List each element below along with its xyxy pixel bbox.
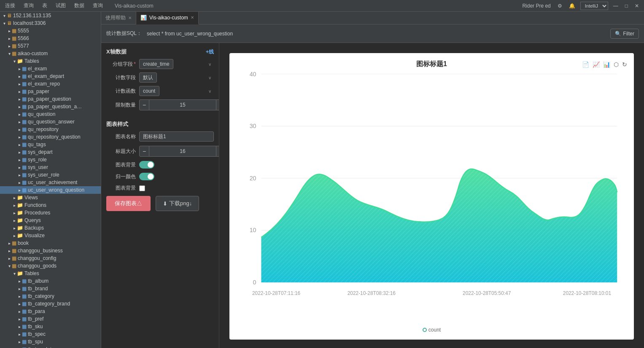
chart-line-icon[interactable]: 📈 bbox=[593, 61, 600, 68]
top-right-area: Rider Pre ed ⚙ 🔔 IntelliJ — □ ✕ bbox=[520, 2, 641, 10]
table-label-tb-para: tb_para bbox=[28, 308, 45, 314]
sidebar-item-server2[interactable]: 🖥 localhost:3306 bbox=[0, 19, 101, 27]
sidebar-item-functions-folder[interactable]: 📁Functions bbox=[0, 201, 101, 209]
sidebar-item-querys-folder[interactable]: 📁Querys bbox=[0, 217, 101, 224]
sidebar-item-tb-sku[interactable]: ▦tb_sku bbox=[0, 323, 101, 330]
sidebar-item-uc-user-wrong-question[interactable]: ▦uc_user_wrong_question bbox=[0, 186, 101, 194]
sidebar-item-tables-folder[interactable]: 📁 Tables bbox=[0, 57, 101, 65]
title-size-increase-button[interactable]: + bbox=[216, 146, 219, 157]
menu-table[interactable]: 表 bbox=[40, 1, 49, 10]
filter-label: Filter bbox=[623, 31, 634, 37]
refresh-icon[interactable]: ↻ bbox=[622, 61, 627, 68]
svg-text:10: 10 bbox=[250, 227, 256, 233]
sidebar-item-db5566[interactable]: ▦ 5566 bbox=[0, 35, 101, 42]
group-field-select[interactable]: create_time bbox=[139, 59, 173, 69]
sidebar-item-tb-template[interactable]: ▦tb_template bbox=[0, 345, 101, 348]
sidebar-item-qu-repository[interactable]: ▦qu_repository bbox=[0, 126, 101, 133]
menu-connect[interactable]: 连接 bbox=[3, 1, 17, 10]
close-btn-window[interactable]: ✕ bbox=[633, 2, 641, 10]
sidebar-item-db5577[interactable]: ▦ 5577 bbox=[0, 42, 101, 50]
menu-query[interactable]: 查询 bbox=[22, 1, 35, 10]
sidebar-item-sys-user-role[interactable]: ▦sys_user_role bbox=[0, 171, 101, 179]
sidebar-item-tables-folder2[interactable]: 📁Tables bbox=[0, 270, 101, 277]
sidebar-item-backups-folder[interactable]: 📁Backups bbox=[0, 224, 101, 232]
sidebar-item-tb-para[interactable]: ▦tb_para bbox=[0, 308, 101, 315]
sidebar-item-tb-spec[interactable]: ▦tb_spec bbox=[0, 330, 101, 338]
download-icon: ⬇ bbox=[163, 201, 167, 207]
menu-data[interactable]: 数据 bbox=[73, 1, 86, 10]
sidebar-item-dbaikao[interactable]: ▦ aikao-custom bbox=[0, 50, 101, 57]
table-icon-tb-category: ▦ bbox=[22, 293, 27, 299]
table-icon-tb-brand: ▦ bbox=[22, 286, 27, 292]
sidebar-item-pa-paper-question[interactable]: ▦pa_paper_question bbox=[0, 95, 101, 103]
limit-value-input[interactable] bbox=[149, 99, 216, 110]
ide-select[interactable]: IntelliJ bbox=[580, 2, 608, 10]
limit-increase-button[interactable]: + bbox=[216, 99, 219, 110]
sidebar-item-pa-paper[interactable]: ▦pa_paper bbox=[0, 88, 101, 95]
sidebar-item-visualize-folder[interactable]: 📁Visualize bbox=[0, 232, 101, 239]
sidebar-item-el-exam-repo[interactable]: ▦el_exam_repo bbox=[0, 80, 101, 88]
sidebar-item-qu-tags[interactable]: ▦qu_tags bbox=[0, 141, 101, 148]
color-toggle-label: 归一颜色 bbox=[106, 173, 136, 180]
sidebar-item-qu-repository-question[interactable]: ▦qu_repository_question bbox=[0, 133, 101, 141]
doc-icon[interactable]: 📄 bbox=[582, 61, 589, 68]
title-size-value-input[interactable] bbox=[149, 146, 216, 157]
sidebar-item-qu-question[interactable]: ▦qu_question bbox=[0, 110, 101, 118]
group-field-row: 分组字段 create_time bbox=[106, 59, 214, 69]
tab-help[interactable]: 使用帮助 ✕ bbox=[101, 12, 136, 24]
filter-button[interactable]: 🔍 Filter bbox=[610, 29, 639, 39]
count-func-select[interactable]: count bbox=[139, 86, 159, 96]
chart-bg-toggle[interactable] bbox=[139, 161, 154, 169]
chart-bg-checkbox[interactable] bbox=[139, 185, 145, 191]
add-line-button[interactable]: +线 bbox=[206, 48, 214, 56]
table-label-pa-paper-question-answer: pa_paper_question_answer bbox=[28, 104, 83, 110]
color-toggle[interactable] bbox=[139, 173, 154, 180]
sidebar-item-tb-spu[interactable]: ▦tb_spu bbox=[0, 338, 101, 345]
title-size-decrease-button[interactable]: − bbox=[139, 146, 149, 157]
settings-icon[interactable]: ⚙ bbox=[556, 2, 564, 10]
sidebar-item-tb-pref[interactable]: ▦tb_pref bbox=[0, 315, 101, 323]
sidebar-item-el-exam[interactable]: ▦el_exam bbox=[0, 65, 101, 72]
sidebar-item-el-exam-depart[interactable]: ▦el_exam_depart bbox=[0, 72, 101, 80]
count-field-select[interactable]: 默认 bbox=[139, 72, 157, 83]
minimize-btn[interactable]: — bbox=[612, 2, 620, 10]
sidebar-item-db5555[interactable]: ▦ 5555 bbox=[0, 27, 101, 35]
sidebar-item-tb-brand[interactable]: ▦tb_brand bbox=[0, 285, 101, 292]
table-label-tb-category: tb_category bbox=[28, 293, 54, 299]
xaxis-title-text: X轴数据 bbox=[106, 48, 127, 56]
menu-query2[interactable]: 查询 bbox=[91, 1, 105, 10]
tab-vis[interactable]: 📊 Vis-aikao-custom ✕ bbox=[136, 12, 199, 24]
pie-chart-icon[interactable]: ⬡ bbox=[614, 61, 619, 68]
sidebar-item-tb-album[interactable]: ▦tb_album bbox=[0, 277, 101, 285]
save-chart-button[interactable]: 保存图表△ bbox=[106, 196, 151, 211]
chart-name-input[interactable] bbox=[139, 131, 214, 142]
maximize-btn[interactable]: □ bbox=[623, 2, 630, 10]
sidebar-item-qu-question-answer[interactable]: ▦qu_question_answer bbox=[0, 118, 101, 126]
bar-chart-icon[interactable]: 📊 bbox=[603, 61, 610, 68]
bell-icon[interactable]: 🔔 bbox=[567, 2, 577, 10]
sidebar-item-sys-user[interactable]: ▦sys_user bbox=[0, 163, 101, 171]
table-icon-qu-tags: ▦ bbox=[22, 142, 27, 147]
sidebar-item-procedures-folder[interactable]: 📁Procedures bbox=[0, 209, 101, 217]
chart-bg-checkbox-label: 图表背景 bbox=[106, 185, 136, 192]
sidebar-item-dbchangou-config[interactable]: ▦changgou_config bbox=[0, 254, 101, 262]
tab-vis-close[interactable]: ✕ bbox=[191, 15, 194, 20]
dbchangou-goods-label: changgou_goods bbox=[18, 263, 57, 269]
sidebar-item-dbbook[interactable]: ▦book bbox=[0, 239, 101, 247]
sidebar-item-server1[interactable]: 🖥 152.136.113.135 bbox=[0, 12, 101, 19]
sidebar-item-dbchangou-business[interactable]: ▦changgou_business bbox=[0, 247, 101, 254]
limit-decrease-button[interactable]: − bbox=[139, 99, 149, 110]
download-png-button[interactable]: ⬇ 下载png↓ bbox=[156, 196, 199, 211]
menu-view[interactable]: 试图 bbox=[54, 1, 67, 10]
sidebar-item-uc-user-achievement[interactable]: ▦uc_user_achievement bbox=[0, 179, 101, 186]
sidebar-item-tb-category[interactable]: ▦tb_category bbox=[0, 292, 101, 300]
sidebar-item-sys-depart[interactable]: ▦sys_depart bbox=[0, 148, 101, 156]
sidebar-item-tb-category-brand[interactable]: ▦tb_category_brand bbox=[0, 300, 101, 308]
table-icon-sys-depart: ▦ bbox=[22, 149, 27, 155]
sidebar-item-sys-role[interactable]: ▦sys_role bbox=[0, 156, 101, 163]
sidebar-item-dbchangou-goods[interactable]: ▦changgou_goods bbox=[0, 262, 101, 270]
tab-help-close[interactable]: ✕ bbox=[128, 16, 132, 20]
sidebar-item-views-folder[interactable]: 📁Views bbox=[0, 194, 101, 201]
count-func-row: 计数函数 count bbox=[106, 86, 214, 96]
sidebar-item-pa-paper-question-answer[interactable]: ▦pa_paper_question_answer bbox=[0, 103, 101, 110]
